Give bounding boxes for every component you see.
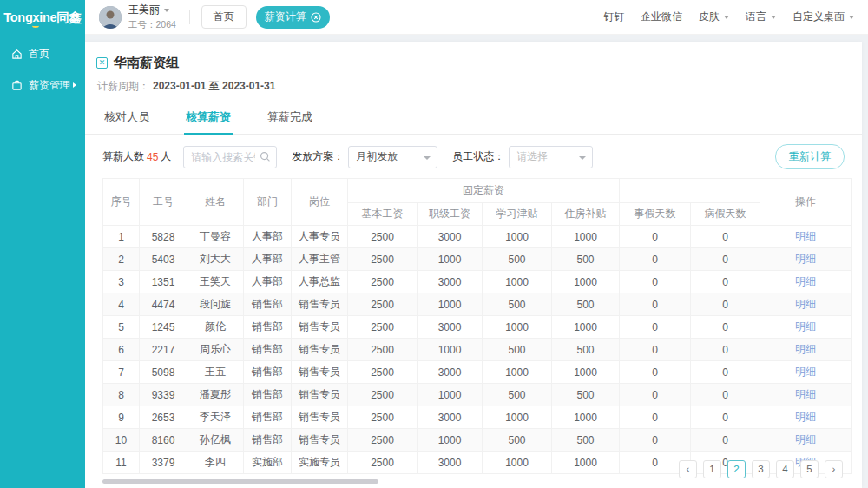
cell-base-salary: 2500 [348, 406, 418, 429]
cell-name: 潘夏彤 [187, 384, 244, 406]
nav-tab-payroll-calc[interactable]: 薪资计算 [256, 6, 330, 29]
menu-custom-desktop[interactable]: 自定义桌面 [792, 10, 854, 24]
sidebar-item-payroll-management[interactable]: 薪资管理 [0, 71, 85, 99]
detail-link[interactable]: 明细 [795, 275, 816, 287]
chevron-down-icon [424, 156, 431, 160]
table-row: 3 1351 王笑天 人事部 人事总监 2500 3000 1000 1000 … [103, 271, 852, 293]
cell-action: 明细 [760, 293, 852, 316]
cell-study-allowance: 1000 [483, 361, 552, 384]
table-row: 6 2217 周乐心 销售部 销售专员 2500 1000 500 500 0 … [103, 339, 852, 361]
cell-base-salary: 2500 [348, 339, 418, 361]
detail-link[interactable]: 明细 [795, 411, 816, 423]
cell-personal-leave-days: 0 [620, 429, 691, 452]
main-area: ✕ 华南薪资组 计薪周期：2023-01-01 至 2023-01-31 核对人… [85, 35, 868, 488]
chevron-down-icon [724, 16, 729, 19]
pagination: ‹ 1 2 3 4 5 › [679, 460, 843, 478]
cell-position: 人事主管 [292, 248, 348, 271]
detail-link[interactable]: 明细 [795, 320, 816, 333]
tab-calc-payroll[interactable]: 核算薪资 [184, 103, 233, 135]
cell-index: 2 [103, 248, 140, 271]
pagination-page-5[interactable]: 5 [800, 460, 819, 478]
divider [189, 10, 190, 24]
pagination-page-2[interactable]: 2 [727, 460, 746, 478]
app-logo[interactable]: Tongxine同鑫 [0, 0, 85, 35]
app-logo-text: Tongxine同鑫 [3, 10, 81, 26]
horizontal-scrollbar[interactable] [102, 479, 378, 484]
detail-link[interactable]: 明细 [795, 366, 816, 378]
detail-link[interactable]: 明细 [795, 433, 816, 445]
nav-tab-label: 薪资计算 [265, 10, 306, 24]
cell-sick-leave-days: 0 [691, 248, 760, 271]
menu-dingtalk[interactable]: 钉钉 [603, 10, 624, 24]
close-circle-icon[interactable] [311, 12, 321, 23]
col-header-post: 岗位 [292, 179, 348, 226]
table-row: 9 2653 李天泽 销售部 销售专员 2500 3000 1000 1000 … [103, 406, 852, 429]
cell-action: 明细 [760, 361, 852, 384]
search-icon[interactable] [260, 151, 271, 162]
cell-employee-id: 9339 [140, 384, 187, 406]
count-label: 算薪人数 [102, 149, 144, 164]
cell-position: 人事总监 [292, 271, 348, 293]
cell-sick-leave-days: 0 [691, 384, 760, 406]
menu-skin[interactable]: 皮肤 [699, 10, 729, 24]
tab-check-staff[interactable]: 核对人员 [102, 103, 151, 134]
chevron-down-icon[interactable] [164, 9, 169, 12]
pagination-page-4[interactable]: 4 [776, 460, 794, 478]
topbar-menu: 钉钉 企业微信 皮肤 语言 自定义桌面 [603, 10, 854, 24]
cell-employee-id: 2217 [140, 339, 187, 361]
pay-period-value: 2023-01-01 至 2023-01-31 [153, 80, 275, 92]
cell-housing-allowance: 1000 [552, 361, 620, 384]
user-avatar[interactable] [99, 6, 122, 29]
detail-link[interactable]: 明细 [795, 298, 816, 310]
col-header-personal-leave-days: 事假天数 [620, 203, 691, 226]
detail-link[interactable]: 明细 [795, 253, 816, 265]
sidebar-item-home[interactable]: 首页 [0, 40, 85, 68]
status-select[interactable]: 请选择 [509, 146, 593, 168]
detail-link[interactable]: 明细 [795, 388, 816, 400]
col-header-index: 序号 [103, 179, 140, 226]
count-value: 45 [147, 151, 158, 163]
menu-language[interactable]: 语言 [746, 10, 776, 24]
cell-employee-id: 1245 [140, 316, 187, 339]
cell-position: 销售专员 [292, 429, 348, 452]
topbar: 王美丽 工号：2064 首页 薪资计算 钉钉 企业微信 皮肤 语言 自定义桌面 [85, 0, 868, 35]
cell-rank-salary: 1000 [418, 429, 483, 452]
cell-position: 人事专员 [292, 226, 348, 248]
cell-base-salary: 2500 [348, 361, 418, 384]
menu-custom-desktop-label: 自定义桌面 [792, 10, 845, 24]
cell-study-allowance: 500 [483, 384, 552, 406]
cell-base-salary: 2500 [348, 271, 418, 293]
cell-rank-salary: 3000 [418, 361, 483, 384]
cell-base-salary: 2500 [348, 248, 418, 271]
col-header-action: 操作 [760, 179, 852, 226]
chevron-down-icon [579, 156, 586, 160]
recalculate-button[interactable]: 重新计算 [775, 144, 845, 169]
user-name[interactable]: 王美丽 [128, 4, 160, 16]
cell-employee-id: 8160 [140, 429, 187, 452]
pagination-page-3[interactable]: 3 [752, 460, 770, 478]
detail-link[interactable]: 明细 [795, 343, 816, 355]
pagination-prev-button[interactable]: ‹ [679, 460, 697, 478]
cell-employee-id: 1351 [140, 271, 187, 293]
chevron-down-icon [771, 16, 776, 19]
payroll-table: 序号 工号 姓名 部门 岗位 固定薪资 操作 基本工资 职级工资 学习津贴 住房… [102, 178, 852, 474]
pagination-next-button[interactable]: › [825, 460, 843, 478]
nav-tab-home[interactable]: 首页 [201, 5, 247, 29]
cell-personal-leave-days: 0 [620, 339, 691, 361]
payroll-group-icon: ✕ [96, 57, 108, 69]
logo-smile-accent [32, 23, 39, 28]
cell-action: 明细 [760, 271, 852, 293]
cell-action: 明细 [760, 406, 852, 429]
cell-employee-id: 5828 [140, 226, 187, 248]
sidebar: Tongxine同鑫 首页 薪资管理 [0, 0, 85, 488]
cell-department: 销售部 [244, 429, 292, 452]
plan-select[interactable]: 月初发放 [348, 146, 437, 168]
cell-department: 人事部 [244, 248, 292, 271]
cell-name: 孙亿枫 [187, 429, 244, 452]
cell-department: 销售部 [244, 339, 292, 361]
tab-calc-done[interactable]: 算薪完成 [266, 103, 314, 134]
pagination-page-1[interactable]: 1 [703, 460, 721, 478]
menu-wecom[interactable]: 企业微信 [641, 10, 682, 24]
detail-link[interactable]: 明细 [795, 230, 816, 242]
cell-sick-leave-days: 0 [691, 339, 760, 361]
